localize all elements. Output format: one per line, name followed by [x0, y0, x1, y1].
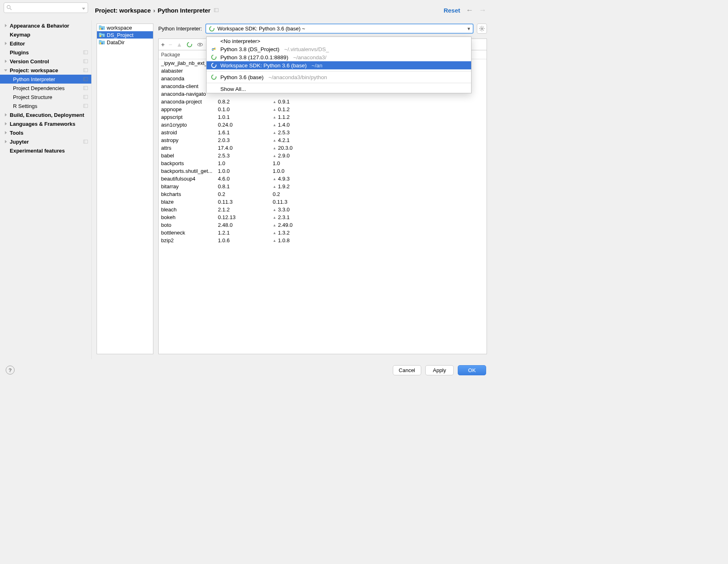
package-version: 1.0 [215, 159, 270, 167]
package-version: 0.24.0 [215, 121, 270, 129]
interpreter-dropdown[interactable]: <No interpreter> Python 3.8 (DS_Project)… [206, 37, 472, 93]
project-tree-item[interactable]: workspace [97, 24, 153, 31]
table-row[interactable]: bokeh0.12.13▲2.3.1 [159, 213, 487, 221]
pane-icon [83, 58, 88, 65]
package-version: 17.4.0 [215, 144, 270, 152]
table-row[interactable]: bleach2.1.2▲3.3.0 [159, 206, 487, 213]
upgrade-available-icon: ▲ [273, 100, 276, 104]
table-row[interactable]: astroid1.6.1▲2.5.3 [159, 129, 487, 136]
table-row[interactable]: babel2.5.3▲2.9.0 [159, 152, 487, 159]
package-version: 0.2 [215, 190, 270, 198]
package-version: 0.1.0 [215, 105, 270, 113]
show-early-button[interactable] [197, 41, 203, 48]
interpreter-settings-button[interactable] [477, 24, 487, 34]
table-row[interactable]: asn1crypto0.24.0▲1.4.0 [159, 121, 487, 129]
interpreter-selected-text: Workspace SDK: Python 3.6 (base) ~ [218, 26, 305, 32]
upgrade-available-icon: ▲ [273, 239, 276, 243]
sidebar-item[interactable]: Tools [0, 128, 91, 137]
upgrade-available-icon: ▲ [273, 208, 276, 212]
table-row[interactable]: bzip21.0.6▲1.0.8 [159, 237, 487, 244]
package-version: 0.8.1 [215, 183, 270, 190]
upgrade-package-button[interactable]: ▲ [177, 41, 183, 48]
table-row[interactable]: backports1.01.0 [159, 159, 487, 167]
sidebar-item[interactable]: Python Interpreter [0, 75, 91, 84]
cancel-button[interactable]: Cancel [393, 365, 421, 375]
conda-ring-icon[interactable] [186, 41, 193, 48]
expand-icon [3, 139, 8, 144]
sidebar-item-label: Keymap [10, 32, 30, 38]
sidebar-item[interactable]: Build, Execution, Deployment [0, 110, 91, 119]
sidebar-item[interactable]: Appearance & Behavior [0, 21, 91, 30]
table-row[interactable]: appnope0.1.0▲0.1.2 [159, 105, 487, 113]
ring-icon [211, 54, 217, 60]
sidebar-item[interactable]: Languages & Frameworks [0, 119, 91, 128]
back-button[interactable]: ← [466, 6, 473, 15]
sidebar-item[interactable]: Jupyter [0, 137, 91, 146]
table-row[interactable]: beautifulsoup44.6.0▲4.9.3 [159, 175, 487, 183]
sidebar-item[interactable]: Project: workspace [0, 66, 91, 75]
dropdown-item[interactable]: Python 3.6 (base)~/anaconda3/bin/python [207, 73, 471, 81]
reset-link[interactable]: Reset [444, 7, 460, 14]
dropdown-item[interactable]: Python 3.8 (DS_Project)~/.virtualenvs/DS… [207, 45, 471, 53]
package-latest: ▲0.1.2 [270, 105, 487, 113]
package-version: 0.8.2 [215, 98, 270, 105]
package-version: 1.6.1 [215, 129, 270, 136]
sidebar-item-label: Project Structure [13, 94, 52, 100]
add-package-button[interactable]: + [161, 41, 165, 48]
table-row[interactable]: attrs17.4.0▲20.3.0 [159, 144, 487, 152]
project-tree-label: DS_Project [107, 32, 134, 38]
upgrade-available-icon: ▲ [273, 215, 276, 220]
sidebar-item[interactable]: Project Structure [0, 93, 91, 101]
dropdown-item[interactable]: Workspace SDK: Python 3.6 (base)~/an [207, 61, 471, 69]
search-field[interactable] [14, 3, 82, 13]
expand-icon [3, 68, 8, 73]
package-name: beautifulsoup4 [159, 175, 215, 183]
sidebar-item[interactable]: Editor [0, 39, 91, 48]
remove-package-button[interactable]: − [169, 41, 172, 48]
pane-icon [83, 103, 88, 109]
table-row[interactable]: boto2.48.0▲2.49.0 [159, 221, 487, 229]
svg-point-27 [481, 28, 482, 29]
table-row[interactable]: bottleneck1.2.1▲1.3.2 [159, 229, 487, 237]
table-row[interactable]: astropy2.0.3▲4.2.1 [159, 136, 487, 144]
project-tree-item[interactable]: DS_Project [97, 31, 153, 39]
package-version: 0.11.3 [215, 198, 270, 206]
pane-icon [83, 67, 88, 73]
interpreter-select[interactable]: Workspace SDK: Python 3.6 (base) ~ ▾ [205, 24, 474, 34]
sidebar-item[interactable]: Plugins [0, 48, 91, 57]
package-name: bleach [159, 206, 215, 213]
sidebar-item-label: Editor [10, 41, 25, 47]
table-row[interactable]: appscript1.0.1▲1.1.2 [159, 113, 487, 121]
chevron-down-icon: ▾ [467, 26, 470, 32]
package-name: babel [159, 152, 215, 159]
package-name: bokeh [159, 213, 215, 221]
sidebar-item[interactable]: R Settings [0, 101, 91, 110]
upgrade-available-icon: ▲ [273, 146, 276, 150]
package-name: astropy [159, 136, 215, 144]
table-row[interactable]: bkcharts0.20.2 [159, 190, 487, 198]
package-latest: ▲1.1.2 [270, 113, 487, 121]
dropdown-no-interpreter[interactable]: <No interpreter> [207, 37, 471, 45]
dropdown-item[interactable]: Show All... [207, 85, 471, 93]
upgrade-available-icon: ▲ [273, 231, 276, 235]
sidebar-item[interactable]: Version Control [0, 57, 91, 66]
package-version: 1.0.1 [215, 113, 270, 121]
search-input-wrap[interactable] [4, 2, 88, 13]
sidebar-item[interactable]: Experimental features [0, 146, 91, 155]
dropdown-item[interactable]: Python 3.8 (127.0.0.1:8889)~/anaconda3/ [207, 53, 471, 61]
table-row[interactable]: blaze0.11.30.11.3 [159, 198, 487, 206]
ok-button[interactable]: OK [458, 365, 486, 375]
dropdown-item-label: Python 3.8 (DS_Project) [220, 46, 280, 52]
forward-button[interactable]: → [479, 6, 486, 15]
search-dropdown-icon[interactable] [82, 5, 85, 11]
project-tree-item[interactable]: DataDir [97, 39, 153, 46]
help-button[interactable]: ? [6, 366, 15, 375]
table-row[interactable]: anaconda-project0.8.2▲0.9.1 [159, 98, 487, 105]
apply-button[interactable]: Apply [425, 365, 454, 375]
svg-point-37 [212, 63, 216, 68]
table-row[interactable]: bitarray0.8.1▲1.9.2 [159, 183, 487, 190]
sidebar-item[interactable]: Keymap [0, 30, 91, 39]
sidebar-item[interactable]: Project Dependencies [0, 84, 91, 93]
breadcrumb-sep: › [153, 7, 155, 14]
table-row[interactable]: backports.shutil_get...1.0.01.0.0 [159, 167, 487, 175]
